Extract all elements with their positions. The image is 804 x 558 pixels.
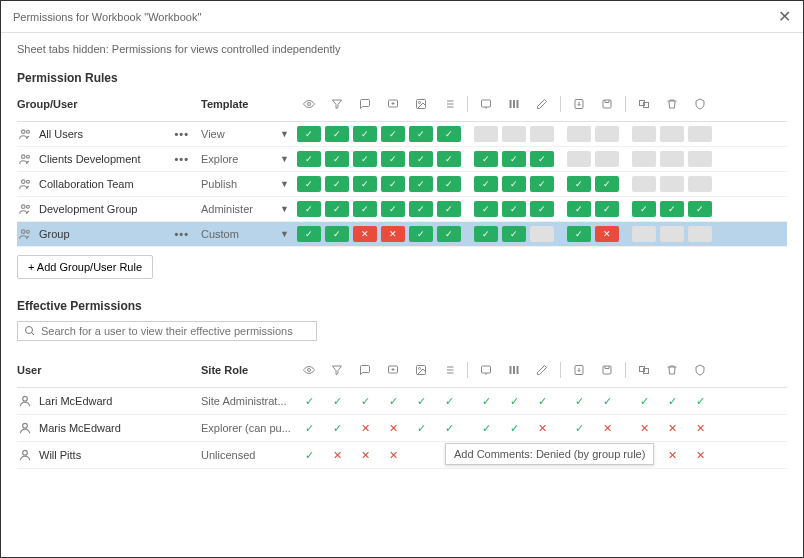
svg-rect-12 — [482, 100, 491, 107]
perm-cell-image[interactable]: ✓ — [409, 226, 433, 242]
perm-cell-share[interactable]: ✓ — [474, 201, 498, 217]
perm-cell-download[interactable]: ✓ — [567, 201, 591, 217]
search-box[interactable] — [17, 321, 317, 341]
eff-cell-comments: ✕ — [353, 447, 377, 463]
svg-rect-46 — [482, 366, 491, 373]
perm-cell-download[interactable] — [567, 126, 591, 142]
perm-cell-share[interactable]: ✓ — [474, 151, 498, 167]
perm-cell-share[interactable]: ✓ — [474, 176, 498, 192]
svg-line-33 — [32, 333, 35, 336]
perm-cell-save[interactable]: ✓ — [595, 201, 619, 217]
row-menu-button[interactable]: ••• — [174, 153, 189, 165]
perm-cell-view[interactable]: ✓ — [297, 201, 321, 217]
perm-cell-add-comments[interactable]: ✓ — [381, 201, 405, 217]
perm-cell-set-perms[interactable] — [688, 126, 712, 142]
rule-row[interactable]: Development GroupAdminister▼✓✓✓✓✓✓✓✓✓✓✓✓… — [17, 197, 787, 222]
perm-cell-image[interactable]: ✓ — [409, 126, 433, 142]
col-user: User — [17, 364, 197, 376]
perm-cell-filter[interactable]: ✓ — [325, 201, 349, 217]
perm-cell-add-comments[interactable]: ✓ — [381, 176, 405, 192]
perm-cell-comments[interactable]: ✓ — [353, 201, 377, 217]
user-icon — [17, 394, 33, 408]
perm-cell-add-comments[interactable]: ✓ — [381, 151, 405, 167]
perm-cell-download[interactable] — [567, 151, 591, 167]
perm-cell-move[interactable] — [632, 126, 656, 142]
perm-cell-add-comments[interactable]: ✓ — [381, 126, 405, 142]
perm-cell-download[interactable]: ✓ — [567, 176, 591, 192]
perm-cell-comments[interactable]: ✓ — [353, 176, 377, 192]
perm-cell-comments[interactable]: ✓ — [353, 126, 377, 142]
perm-cell-web-edit[interactable]: ✓ — [502, 226, 526, 242]
perm-cell-image[interactable]: ✓ — [409, 151, 433, 167]
perm-cell-summary[interactable]: ✓ — [437, 126, 461, 142]
perm-cell-edit[interactable]: ✓ — [530, 176, 554, 192]
rule-row[interactable]: Clients Development•••Explore▼✓✓✓✓✓✓✓✓✓ — [17, 147, 787, 172]
perm-cell-set-perms[interactable]: ✓ — [688, 201, 712, 217]
rule-row[interactable]: Collaboration TeamPublish▼✓✓✓✓✓✓✓✓✓✓✓ — [17, 172, 787, 197]
perm-cell-filter[interactable]: ✓ — [325, 126, 349, 142]
svg-point-30 — [22, 230, 26, 234]
perm-cell-edit[interactable]: ✓ — [530, 201, 554, 217]
perm-cell-move[interactable] — [632, 151, 656, 167]
perm-cell-view[interactable]: ✓ — [297, 176, 321, 192]
perm-cell-comments[interactable]: ✓ — [353, 151, 377, 167]
caret-down-icon: ▼ — [280, 154, 289, 164]
perm-cell-summary[interactable]: ✓ — [437, 226, 461, 242]
perm-cell-filter[interactable]: ✓ — [325, 226, 349, 242]
perm-cell-set-perms[interactable] — [688, 226, 712, 242]
add-group-user-button[interactable]: + Add Group/User Rule — [17, 255, 153, 279]
perm-cell-share[interactable]: ✓ — [474, 226, 498, 242]
group-icon — [17, 152, 33, 166]
perm-cell-add-comments[interactable]: ✕ — [381, 226, 405, 242]
perm-cell-delete[interactable] — [660, 226, 684, 242]
template-select[interactable]: Explore▼ — [197, 153, 297, 165]
perm-cell-summary[interactable]: ✓ — [437, 176, 461, 192]
perm-cell-move[interactable] — [632, 226, 656, 242]
perm-cell-edit[interactable] — [530, 226, 554, 242]
perm-cell-filter[interactable]: ✓ — [325, 176, 349, 192]
perm-cell-save[interactable] — [595, 126, 619, 142]
search-input[interactable] — [41, 325, 310, 337]
perm-cell-move[interactable]: ✓ — [632, 201, 656, 217]
eff-cell-delete: ✕ — [660, 447, 684, 463]
template-select[interactable]: Publish▼ — [197, 178, 297, 190]
perm-cell-summary[interactable]: ✓ — [437, 151, 461, 167]
perm-cell-edit[interactable]: ✓ — [530, 151, 554, 167]
perm-cell-web-edit[interactable]: ✓ — [502, 201, 526, 217]
perm-cell-edit[interactable] — [530, 126, 554, 142]
template-select[interactable]: Custom▼ — [197, 228, 297, 240]
perm-cell-download[interactable]: ✓ — [567, 226, 591, 242]
perm-cell-web-edit[interactable] — [502, 126, 526, 142]
perm-cell-image[interactable]: ✓ — [409, 201, 433, 217]
perm-cell-view[interactable]: ✓ — [297, 226, 321, 242]
close-button[interactable]: ✕ — [778, 7, 791, 26]
template-select[interactable]: View▼ — [197, 128, 297, 140]
perm-cell-web-edit[interactable]: ✓ — [502, 151, 526, 167]
perm-cell-view[interactable]: ✓ — [297, 126, 321, 142]
perm-cell-web-edit[interactable]: ✓ — [502, 176, 526, 192]
edit-icon — [530, 95, 554, 113]
perm-cell-save[interactable]: ✕ — [595, 226, 619, 242]
perm-cell-filter[interactable]: ✓ — [325, 151, 349, 167]
template-select[interactable]: Administer▼ — [197, 203, 297, 215]
perm-cell-summary[interactable]: ✓ — [437, 201, 461, 217]
perm-cell-comments[interactable]: ✕ — [353, 226, 377, 242]
row-menu-button[interactable]: ••• — [174, 228, 189, 240]
perm-cell-delete[interactable]: ✓ — [660, 201, 684, 217]
filter-icon — [325, 95, 349, 113]
perm-cell-delete[interactable] — [660, 151, 684, 167]
perm-cell-image[interactable]: ✓ — [409, 176, 433, 192]
eff-cell-view: ✓ — [297, 447, 321, 463]
rule-row[interactable]: All Users•••View▼✓✓✓✓✓✓ — [17, 122, 787, 147]
perm-cell-delete[interactable] — [660, 126, 684, 142]
rule-row[interactable]: Group•••Custom▼✓✓✕✕✓✓✓✓✓✕ — [17, 222, 787, 247]
perm-cell-view[interactable]: ✓ — [297, 151, 321, 167]
perm-cell-set-perms[interactable] — [688, 151, 712, 167]
perm-cell-share[interactable] — [474, 126, 498, 142]
row-menu-button[interactable]: ••• — [174, 128, 189, 140]
perm-cell-save[interactable] — [595, 151, 619, 167]
perm-cell-delete[interactable] — [660, 176, 684, 192]
perm-cell-move[interactable] — [632, 176, 656, 192]
perm-cell-set-perms[interactable] — [688, 176, 712, 192]
perm-cell-save[interactable]: ✓ — [595, 176, 619, 192]
